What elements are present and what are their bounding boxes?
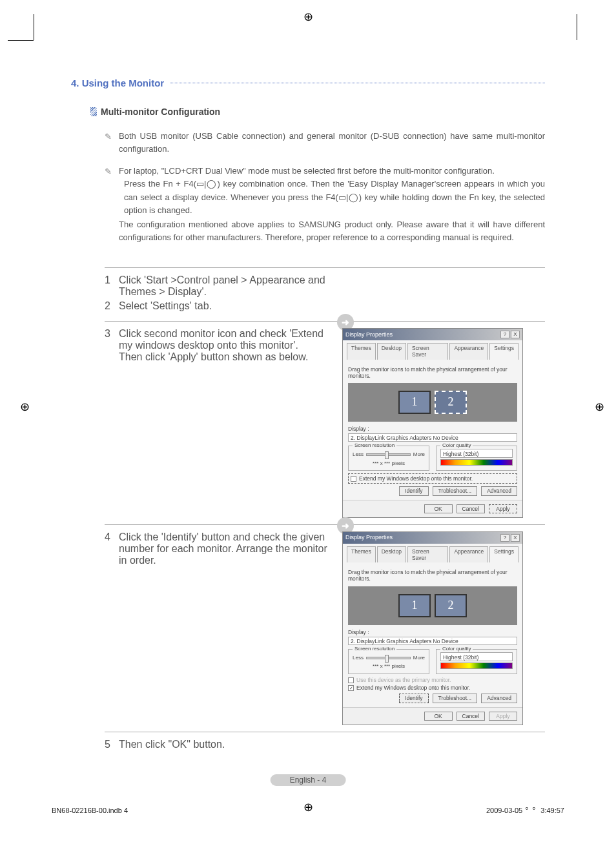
color-bar — [440, 663, 513, 669]
screen-resolution-group: Screen resolution Less More *** x *** pi… — [348, 649, 429, 674]
troubleshoot-button[interactable]: Trobleshoot... — [433, 486, 478, 495]
step-list: 1 Click 'Start >Control panel > Appearan… — [105, 274, 331, 314]
tab-appearance[interactable]: Appearance — [449, 546, 488, 562]
extend-checkbox[interactable]: ✓ — [348, 685, 354, 691]
print-date: 2009-03-05 ᄋᄋ 3:49:57 — [486, 807, 564, 814]
registration-mark-top: ⊕ — [302, 10, 314, 23]
close-button[interactable]: X — [511, 534, 520, 542]
step-4-num: 4 — [105, 531, 114, 566]
note-icon: ✎ — [105, 130, 116, 156]
step-1-num: 1 — [105, 274, 114, 298]
identify-button[interactable]: Identify — [399, 694, 428, 703]
less-label: Less — [353, 451, 364, 458]
ok-button[interactable]: OK — [424, 504, 453, 513]
tab-screensaver[interactable]: Screen Saver — [407, 343, 449, 359]
step-3-text-block: 3 Click second monitor icon and check 'E… — [105, 328, 331, 518]
monitor-1[interactable]: 1 — [398, 594, 431, 617]
primary-checkbox — [348, 677, 354, 683]
dialog-body: Drag the monitor icons to match the phys… — [343, 360, 522, 500]
close-button[interactable]: X — [511, 331, 520, 338]
display-select[interactable]: 2. DisplayLink Graphics Adapters No Devi… — [348, 637, 517, 645]
color-quality-label: Color quality — [440, 442, 473, 449]
cancel-button[interactable]: Cancel — [457, 712, 485, 721]
step-2: 2 Select 'Settings' tab. — [105, 300, 331, 312]
advanced-button[interactable]: Advanced — [481, 694, 517, 703]
monitor-1[interactable]: 1 — [398, 391, 431, 414]
dialog-bottom-row: OK Cancel Apply — [343, 500, 522, 517]
troubleshoot-button[interactable]: Trobleshoot... — [433, 694, 478, 703]
primary-checkbox-row: Use this device as the primary monitor. — [348, 677, 517, 683]
help-button[interactable]: ? — [500, 534, 509, 542]
screen-res-label: Screen resolution — [353, 442, 396, 449]
dialog-title: Display Properties — [345, 534, 393, 541]
identify-button[interactable]: Identify — [399, 486, 428, 495]
pixels-label: *** x *** pixels — [353, 663, 425, 670]
section-number: 4. — [71, 77, 79, 88]
tab-desktop[interactable]: Desktop — [377, 546, 406, 562]
color-quality-select[interactable]: Highest (32bit) — [440, 652, 513, 661]
page: ⊕ ⊕ ⊕ ⊕ 4. Using the Monitor Multi-monit… — [0, 0, 616, 844]
step-row-4: ➜ 4 Click the 'Identify' button and chec… — [105, 524, 545, 732]
color-quality-group: Color quality Highest (32bit) — [436, 649, 517, 674]
note-icon: ✎ — [105, 165, 116, 244]
print-info: BN68-02216B-00.indb 4 2009-03-05 ᄋᄋ 3:49… — [52, 807, 564, 814]
tab-settings[interactable]: Settings — [489, 343, 518, 359]
step-2-text: Select 'Settings' tab. — [119, 300, 212, 312]
more-label: More — [413, 451, 425, 458]
dialog-title: Display Properties — [345, 331, 393, 338]
advanced-button[interactable]: Advanced — [481, 486, 517, 495]
step-3b: Then click 'Apply' button shown as below… — [119, 351, 308, 362]
note-1-text: Both USB monitor (USB Cable connection) … — [119, 130, 545, 156]
extend-label: Extend my Windows desktop onto this moni… — [356, 684, 470, 691]
monitor-2[interactable]: 2 — [435, 391, 467, 414]
resolution-slider[interactable] — [366, 453, 411, 456]
step-row-3: ➜ 3 Click second monitor icon and check … — [105, 321, 545, 524]
tab-themes[interactable]: Themes — [347, 546, 376, 562]
note-2-text: For laptop, "LCD+CRT Dual View" mode mus… — [119, 165, 545, 244]
step-5-num: 5 — [105, 739, 114, 750]
tab-screensaver[interactable]: Screen Saver — [407, 546, 449, 562]
tab-themes[interactable]: Themes — [347, 343, 376, 359]
step-3a: Click second monitor icon and check 'Ext… — [119, 328, 323, 351]
drag-hint: Drag the monitor icons to match the phys… — [348, 569, 517, 582]
color-quality-select[interactable]: Highest (32bit) — [440, 449, 513, 458]
color-quality-group: Color quality Highest (32bit) — [436, 446, 517, 471]
monitor-arrangement: 1 2 — [348, 383, 517, 422]
display-label: Display : — [348, 629, 517, 635]
apply-button[interactable]: Apply — [489, 504, 517, 513]
drag-hint: Drag the monitor icons to match the phys… — [348, 366, 517, 379]
step-1: 1 Click 'Start >Control panel > Appearan… — [105, 274, 331, 298]
step-row-1-2: 1 Click 'Start >Control panel > Appearan… — [105, 267, 545, 321]
step-1-text: Click 'Start >Control panel > Appearance… — [119, 274, 331, 298]
pixels-label: *** x *** pixels — [353, 460, 425, 467]
extend-checkbox[interactable] — [351, 476, 356, 482]
subheading-text: Multi-monitor Configuration — [101, 107, 220, 117]
step-3: 3 Click second monitor icon and check 'E… — [105, 328, 331, 363]
extend-checkbox-row[interactable]: ✓ Extend my Windows desktop onto this mo… — [348, 684, 517, 691]
monitor-2[interactable]: 2 — [435, 594, 467, 617]
color-bar — [440, 459, 513, 466]
less-label: Less — [353, 655, 364, 661]
tab-settings[interactable]: Settings — [489, 546, 518, 562]
content-area: 4. Using the Monitor Multi-monitor Confi… — [0, 13, 616, 759]
hatch-icon — [90, 107, 97, 116]
screen-res-label: Screen resolution — [353, 646, 396, 652]
section-heading: 4. Using the Monitor — [71, 77, 545, 88]
note-2-line3: The configuration mentioned above applie… — [119, 218, 545, 244]
step-3-num: 3 — [105, 328, 114, 363]
help-button[interactable]: ? — [500, 331, 509, 338]
display-label: Display : — [348, 426, 517, 432]
print-file: BN68-02216B-00.indb 4 — [52, 807, 128, 814]
more-label: More — [413, 655, 425, 661]
crop-mark — [34, 14, 34, 40]
cancel-button[interactable]: Cancel — [457, 504, 485, 513]
dialog-buttons-row: Identify Trobleshoot... Advanced — [348, 486, 517, 495]
tab-appearance[interactable]: Appearance — [449, 343, 488, 359]
extend-checkbox-row[interactable]: Extend my Windows desktop onto this moni… — [348, 473, 517, 484]
tab-desktop[interactable]: Desktop — [377, 343, 406, 359]
resolution-slider[interactable] — [366, 657, 411, 659]
ok-button[interactable]: OK — [424, 712, 453, 721]
dialog-buttons-row: Identify Trobleshoot... Advanced — [348, 694, 517, 703]
display-select[interactable]: 2. DisplayLink Graphics Adapters No Devi… — [348, 433, 517, 442]
crop-mark — [577, 14, 577, 40]
